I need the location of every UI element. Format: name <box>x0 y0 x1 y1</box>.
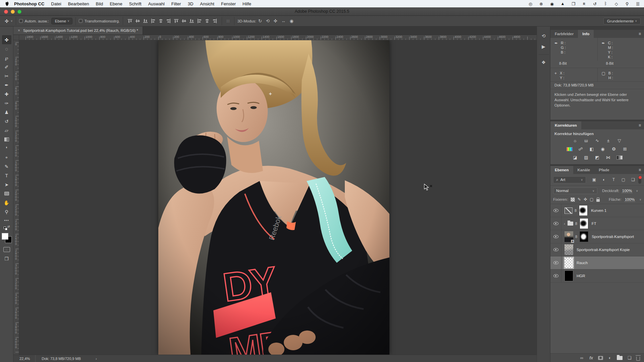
link-layers-icon[interactable]: ∞ <box>579 355 584 360</box>
tab-farbfelder[interactable]: Farbfelder <box>550 30 578 38</box>
opacity-value[interactable]: 100% <box>622 189 633 193</box>
antivirus-icon[interactable]: ʀ <box>582 1 586 6</box>
expand-group-icon[interactable]: › <box>564 222 565 226</box>
menu-item-photoshop-cc[interactable]: Photoshop CC <box>11 1 48 6</box>
layer-row-sportportrait-kampfsport[interactable]: ▦8Sportportrait-Kampfsport <box>550 230 644 243</box>
path-selection-tool[interactable]: ➤ <box>2 180 11 189</box>
eyedropper-tool[interactable]: ✒ <box>2 80 11 89</box>
document-tab[interactable]: × Sportportrait-Kampfsport-Tutorial.psd … <box>13 26 143 35</box>
history-brush-tool[interactable]: ↺ <box>2 117 11 126</box>
add-layer-mask-icon[interactable] <box>598 356 603 360</box>
new-group-icon[interactable] <box>617 356 623 360</box>
align-top-edges-icon[interactable] <box>128 19 132 23</box>
menu-item-auswahl[interactable]: Auswahl <box>145 1 168 6</box>
healing-brush-tool[interactable]: ✚ <box>2 89 11 99</box>
auto-select-dropdown[interactable]: Ebene ∨ <box>51 18 72 24</box>
eraser-tool[interactable]: ▱ <box>2 126 11 135</box>
layer-visibility-cell[interactable] <box>550 269 561 282</box>
minimize-window-button[interactable] <box>11 10 15 14</box>
zoom-window-button[interactable] <box>17 10 21 14</box>
distribute-spacing-icon[interactable]: ∷ <box>227 19 229 23</box>
lock-position-icon[interactable]: ✜ <box>584 197 587 202</box>
photo-filter-icon[interactable]: ◉ <box>599 146 607 152</box>
layer-thumbnail[interactable] <box>565 270 573 281</box>
layer-thumbnail[interactable] <box>565 257 573 268</box>
eye-icon[interactable] <box>553 222 558 225</box>
tab-pfade[interactable]: Pfade <box>594 166 613 174</box>
eye-icon[interactable] <box>553 248 558 251</box>
distribute-bottom-edges-icon[interactable] <box>190 19 194 23</box>
gradient-tool[interactable] <box>2 135 11 144</box>
align-bottom-edges-icon[interactable] <box>143 19 148 23</box>
brush-tool[interactable]: ✑ <box>2 99 11 108</box>
lock-all-icon[interactable] <box>596 199 600 202</box>
chevron-down-icon[interactable]: ∨ <box>636 189 638 192</box>
hand-tool[interactable]: ✋ <box>2 198 11 207</box>
tab-korrekturen[interactable]: Korrekturen <box>550 121 581 129</box>
zoom-tool[interactable]: ⚲ <box>2 207 11 216</box>
fill-value[interactable]: 100% <box>624 197 635 202</box>
distribute-left-edges-icon[interactable] <box>197 19 202 23</box>
window-titlebar[interactable]: Adobe Photoshop CC 2015.5 <box>0 7 644 16</box>
roll-3d-icon[interactable]: ⟲ <box>266 18 270 23</box>
layer-mask-thumbnail[interactable] <box>580 218 588 229</box>
distribute-vertical-centers-icon[interactable] <box>182 19 186 23</box>
layer-filter-kind-dropdown[interactable]: ⌕ Art ∨ <box>553 176 586 183</box>
canvas-image[interactable]: Reebok DY MB <box>158 40 389 355</box>
quick-mask-button[interactable]: ◌ <box>3 247 10 252</box>
menu-item-fenster[interactable]: Fenster <box>218 1 239 6</box>
swap-colors-icon[interactable]: ⇄ <box>7 225 10 228</box>
layer-row-rauch[interactable]: Rauch <box>550 256 644 269</box>
crop-tool[interactable]: ✂ <box>2 71 11 80</box>
chevron-down-icon[interactable]: ∨ <box>639 198 641 201</box>
screen-record-icon[interactable]: ◎ <box>528 1 533 6</box>
clone-stamp-tool[interactable]: ♟ <box>2 108 11 117</box>
close-tab-icon[interactable]: × <box>18 28 20 33</box>
workspace-switcher[interactable]: Grundelemente ∨ <box>603 18 641 24</box>
distribute-horizontal-centers-icon[interactable] <box>205 19 209 23</box>
channel-mixer-icon[interactable]: ❂ <box>610 146 618 152</box>
type-tool[interactable]: T <box>2 171 11 180</box>
lock-paint-icon[interactable]: ✎ <box>578 197 581 202</box>
lasso-tool[interactable]: ℘ <box>2 53 11 62</box>
eye-icon[interactable] <box>553 209 558 212</box>
orbit-3d-icon[interactable]: ↻ <box>258 18 262 23</box>
menu-item-datei[interactable]: Datei <box>48 1 64 6</box>
vertical-ruler[interactable]: 02 0 04 0 06 0 08 0 01 0 0 01 2 0 01 4 0… <box>13 40 19 355</box>
tab-ebenen[interactable]: Ebenen <box>550 166 573 174</box>
vibrance-icon[interactable]: ▽ <box>615 137 624 144</box>
layer-thumbnail[interactable]: ▦ <box>565 231 573 242</box>
lock-artboard-icon[interactable]: ▢ <box>590 197 593 202</box>
shape-tool[interactable] <box>2 189 11 198</box>
spotlight-icon[interactable]: ⚲ <box>625 1 629 6</box>
layer-visibility-cell[interactable] <box>550 243 561 256</box>
new-layer-icon[interactable]: ❏ <box>627 355 632 360</box>
hue-saturation-icon[interactable] <box>566 146 574 152</box>
filter-type-layers-icon[interactable]: T <box>611 177 616 182</box>
blend-mode-dropdown[interactable]: Normal ∨ <box>553 187 597 194</box>
threshold-icon[interactable]: ◩ <box>593 154 601 161</box>
notification-center-icon[interactable]: ☰ <box>636 1 640 6</box>
bluetooth-icon[interactable]: ᛒ <box>603 1 608 6</box>
panel-menu-icon[interactable]: ≡ <box>636 166 644 174</box>
horizontal-ruler[interactable]: 1800160014001200100080060040020002004006… <box>19 35 537 40</box>
more-tools-icon[interactable]: ••• <box>4 218 9 222</box>
layer-mask-thumbnail[interactable] <box>579 205 588 216</box>
canvas-area[interactable]: 02 0 04 0 06 0 08 0 01 0 0 01 2 0 01 4 0… <box>13 40 537 355</box>
layer-visibility-cell[interactable] <box>550 217 561 230</box>
actions-panel-icon[interactable]: ▶ <box>539 41 549 52</box>
sync-paused-icon[interactable]: ⊗ <box>539 1 543 6</box>
brightness-contrast-icon[interactable]: ☼ <box>571 137 579 144</box>
filter-shape-layers-icon[interactable]: ▢ <box>621 177 626 182</box>
creative-cloud-icon[interactable]: ◉ <box>550 1 554 6</box>
layer-mask-thumbnail[interactable] <box>580 231 588 242</box>
history-panel-icon[interactable]: ⟲ <box>539 31 549 41</box>
current-tool-icon[interactable]: ✜ <box>5 18 9 24</box>
color-swatches[interactable] <box>2 233 12 243</box>
properties-panel-icon[interactable]: ❖ <box>539 57 549 68</box>
layer-visibility-cell[interactable] <box>550 256 561 269</box>
menu-item-hilfe[interactable]: Hilfe <box>239 1 255 6</box>
exposure-icon[interactable]: ± <box>604 137 612 144</box>
camera-3d-icon[interactable]: ◉ <box>290 18 293 23</box>
drive-icon[interactable]: ▲ <box>560 1 565 6</box>
